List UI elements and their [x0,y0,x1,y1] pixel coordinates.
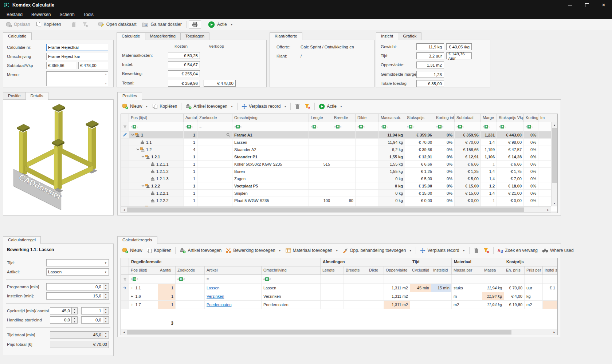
scrollbar-thumb[interactable] [127,207,524,212]
where-used-button[interactable]: Where used [540,247,576,254]
chevron-down-icon[interactable]: ▼ [103,260,109,266]
column-header-omschrijving[interactable]: Omschrijving [262,266,321,274]
filter-cell[interactable]: = [205,275,262,284]
posities-kopieren-button[interactable]: Kopiëren [150,102,179,110]
posities-clear-filter-button[interactable] [302,103,313,110]
column-header-subtotaal[interactable]: Subtotaal [455,114,481,122]
posities-row-1.2.2.2[interactable]: 1.2.2.21Plaat 5 WGW S235100800 kg€ 0,000… [121,197,557,204]
tree-pos-cell[interactable]: 1.2 [129,146,184,153]
filter-cell[interactable] [452,275,482,284]
filter-cell[interactable]: aBc [309,122,332,131]
filter-cell[interactable]: aBc [129,122,184,131]
calcregels-nieuw-button[interactable]: Nieuw [120,246,144,254]
ga-naar-dossier-button[interactable]: Ga naar dossier [139,21,184,28]
column-header-breedte[interactable]: Breedte [332,114,356,122]
posities-row-1.2.2.1[interactable]: 1.2.2.11Snijden0 kg€ 15,000%€ 15,001,4€ … [121,190,557,197]
filter-cell[interactable] [525,275,543,284]
column-header-insteltijd[interactable]: Insteltijd [431,266,452,274]
column-header-stuksprijs[interactable]: Stuksprijs [405,114,434,122]
posities-delete-button[interactable] [293,102,302,110]
save-button[interactable]: Opslaan [3,21,33,28]
filter-cell[interactable]: aBc [434,122,455,131]
spinner-buttons[interactable]: ▲▼ [103,284,109,290]
filter-cell[interactable] [504,275,525,284]
subtotaal-input[interactable] [46,62,76,69]
column-header-stuksprijs-vkp[interactable]: Stuksprijs Vkp [497,114,524,122]
tree-pos-cell[interactable]: 1.2.1.2 [129,168,184,175]
filter-cell[interactable]: aBc [379,122,405,131]
filter-cell[interactable]: aBc [455,122,481,131]
posities-vertical-scrollbar[interactable]: ▲ ▼ [551,122,557,206]
column-header-eh-prijs[interactable]: Eh. prijs [504,266,525,274]
delete-button[interactable] [68,20,79,28]
column-header-breedte[interactable]: Breedte [344,266,367,274]
filter-cell[interactable] [321,275,344,284]
column-header-oppervlakte[interactable]: Oppervlakte [384,266,410,274]
filter-cell[interactable] [367,275,384,284]
artikel-dropdown[interactable]: Lassen ▼ [46,268,109,276]
zoekcode-cell[interactable] [197,139,232,146]
artikel-link[interactable]: Verzinken [207,294,224,298]
cyclustijd-stepper[interactable]: 45,0 ▲▼ [50,307,78,314]
calcregels-bewerking-toevoegen-button[interactable]: Bewerking toevoegen ▼ [224,247,283,254]
zoek-en-vervang-button[interactable]: AB Zoek en vervang [495,247,540,254]
tree-pos-cell[interactable]: 1.2.2.2 [129,197,184,204]
filter-cell[interactable]: aBc [129,275,158,284]
zoekcode-cell[interactable] [197,153,232,160]
column-header-massa-per[interactable]: Massa per [452,266,482,274]
vkp-input[interactable] [78,62,108,69]
column-header-im[interactable]: Im [538,114,557,122]
omschrijving-input[interactable] [46,53,108,60]
menu-tools[interactable]: Tools [79,10,98,19]
handling-start-stepper[interactable]: 0,0 ▲▼ [50,316,78,324]
zoekcode-cell[interactable] [197,197,232,204]
menu-bestand[interactable]: Bestand [2,10,27,19]
column-header-cyclustijd[interactable]: Cyclustijd [410,266,431,274]
posities-row-1[interactable]: 11Frame A111,94 kg€ 359,960%€ 359,961,23… [121,131,557,139]
column-header-artikel[interactable]: Artikel [205,266,262,274]
column-header-zoekcode[interactable]: Zoekcode [176,266,205,274]
tab-klant-offerte[interactable]: Klant/offerte [270,32,302,40]
filter-cell[interactable] [431,275,452,284]
maximize-button[interactable] [578,0,595,10]
scroll-up-icon[interactable]: ▲ [552,122,558,128]
column-header-zoekcode[interactable]: Zoekcode [197,114,232,122]
open-datakaart-button[interactable]: Open datakaart [95,20,140,28]
filter-icon[interactable] [121,122,129,131]
filter-icon[interactable] [121,275,129,284]
filter-cell[interactable]: aBc [232,122,309,131]
scroll-left-icon[interactable]: ◄ [121,329,127,335]
tree-pos-cell[interactable]: 1 [129,131,184,138]
posities-artikel-toevoegen-button[interactable]: Artikel toevoegen ▼ [183,102,235,110]
tab-calculatieregels[interactable]: Calculatieregels [117,236,157,244]
tree-pos-cell[interactable]: 1.2.1.3 [129,175,184,182]
column-header-pos-lijst-[interactable]: Pos (lijst) [129,114,184,122]
posities-horizontal-scrollbar[interactable]: ◄ ► [121,206,551,213]
filter-cell[interactable]: aBc [524,122,538,131]
cyclus-aantal-stepper[interactable]: 1 ▲▼ [81,307,109,314]
column-header-korting-ink[interactable]: Korting ink [434,114,455,122]
zoekcode-cell[interactable] [197,182,232,189]
scroll-left-icon[interactable]: ◄ [121,207,127,213]
zoekcode-cell[interactable] [197,161,232,167]
spinner-buttons[interactable]: ▲▼ [103,332,109,338]
filter-cell[interactable]: = [197,122,232,131]
spinner-buttons[interactable]: ▲▼ [71,308,77,314]
copy-button[interactable]: Kopiëren [33,20,64,28]
filter-cell[interactable] [384,275,410,284]
filter-cell[interactable]: aBc [262,275,321,284]
zoekcode-cell[interactable] [197,190,232,197]
calcregels-artikel-toevoegen-button[interactable]: Artikel toevoegen [177,246,224,254]
tree-pos-cell[interactable]: 1.2.2.1 [129,190,184,197]
filter-cell[interactable] [543,275,557,284]
zoekcode-cell[interactable] [197,146,232,153]
posities-row-1.2.1.2[interactable]: 1.2.1.21Boren1,55 kg€ 1,250%€ 1,251,4€ 1… [121,168,557,175]
column-header-massa-sub-[interactable]: Massa sub. [379,114,405,122]
pos-cell[interactable]: +1.1 [129,284,158,292]
spinner-buttons[interactable]: ▲▼ [103,293,109,299]
column-header-dikte[interactable]: Dikte [367,266,384,274]
calcregels-delete-button[interactable] [471,246,481,254]
calcregels-verplaats-record-button[interactable]: Verplaats record ▼ [418,247,467,254]
zoekcode-cell[interactable] [197,168,232,175]
tab-posities[interactable]: Posities [117,92,142,99]
